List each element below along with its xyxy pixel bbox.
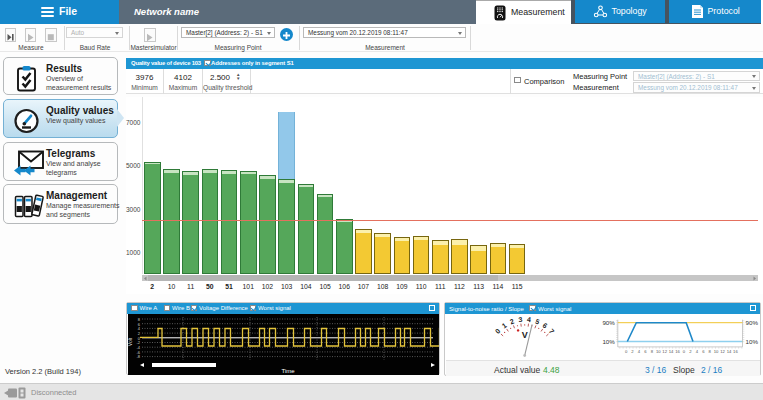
svg-text:3: 3	[518, 316, 523, 323]
svg-text:90%: 90%	[602, 319, 615, 326]
svg-text:V: V	[522, 330, 528, 340]
svg-text:14: 14	[669, 349, 674, 354]
svg-text:16: 16	[675, 349, 680, 354]
svg-text:4: 4	[696, 349, 699, 354]
svg-text:2: 2	[631, 349, 634, 354]
svg-text:10%: 10%	[746, 338, 759, 345]
svg-text:Volt: Volt	[128, 337, 133, 346]
svg-text:7: 7	[548, 327, 556, 335]
svg-text:4: 4	[638, 349, 641, 354]
svg-text:Time: Time	[281, 368, 295, 374]
svg-text:12: 12	[720, 349, 725, 354]
svg-text:0: 0	[683, 349, 686, 354]
svg-text:1: 1	[501, 321, 508, 329]
svg-text:6: 6	[702, 349, 705, 354]
svg-text:0: 0	[625, 349, 628, 354]
svg-text:4: 4	[527, 316, 532, 323]
svg-text:12: 12	[662, 349, 667, 354]
svg-text:16: 16	[733, 349, 738, 354]
svg-text:8: 8	[709, 349, 712, 354]
svg-text:6: 6	[542, 321, 549, 329]
svg-text:90%: 90%	[746, 319, 759, 326]
svg-text:-8: -8	[136, 354, 140, 359]
svg-text:6: 6	[644, 349, 647, 354]
svg-text:2: 2	[509, 318, 515, 326]
svg-text:8: 8	[651, 349, 654, 354]
svg-text:14: 14	[727, 349, 732, 354]
svg-text:5: 5	[534, 318, 540, 326]
svg-text:0: 0	[494, 327, 502, 335]
svg-text:10%: 10%	[602, 338, 615, 345]
svg-text:10: 10	[656, 349, 661, 354]
svg-text:10: 10	[714, 349, 719, 354]
svg-text:2: 2	[689, 349, 692, 354]
